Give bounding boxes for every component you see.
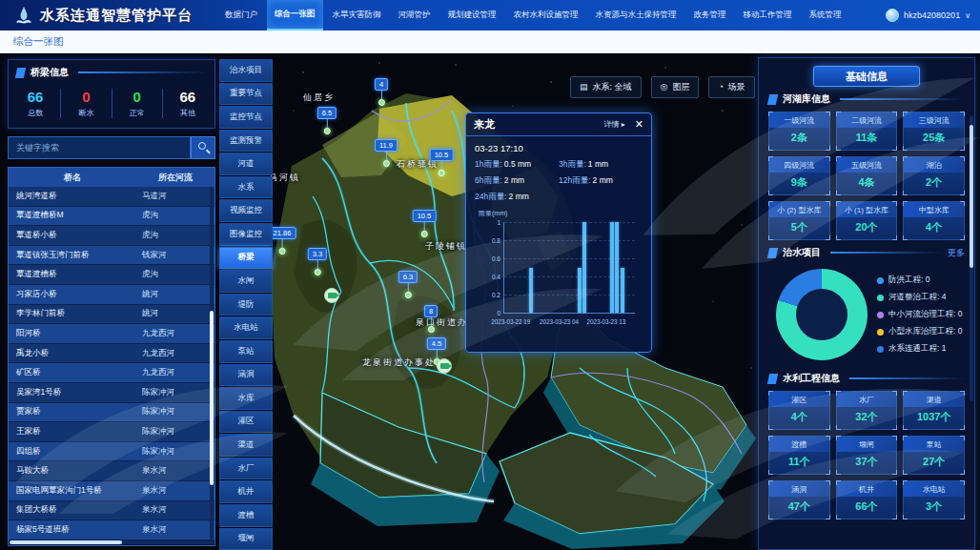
layer-menu-item[interactable]: 桥梁 [219, 247, 273, 270]
layer-menu-item[interactable]: 水库 [219, 387, 273, 410]
nav-item[interactable]: 河湖管护 [391, 0, 439, 31]
card-corner [903, 436, 908, 440]
user-menu[interactable]: hkzb42080201 ∨ [886, 9, 970, 22]
basic-info-header-button[interactable]: 基础信息 [813, 66, 920, 87]
layer-menu-item[interactable]: 视频监控 [219, 199, 273, 222]
layer-menu-item[interactable]: 灌区 [219, 411, 273, 434]
table-row[interactable]: 禹龙小桥九龙西河 [9, 344, 214, 364]
nav-item[interactable]: 综合一张图 [267, 0, 323, 31]
card-value: 4个 [904, 217, 964, 239]
nav-item[interactable]: 移动工作管理 [736, 0, 800, 31]
bridge-name-cell: 姚河湾道桥 [9, 191, 136, 202]
table-row[interactable]: 覃道桥小桥虎沟 [9, 226, 214, 246]
card-corner [826, 436, 830, 440]
search-button[interactable] [191, 136, 215, 159]
layer-menu-item[interactable]: 渠道 [219, 434, 273, 457]
table-row[interactable]: 吴家湾1号桥陈家冲河 [9, 383, 214, 403]
map-control-button[interactable]: ▤水系: 全域 [570, 76, 642, 98]
map-marker[interactable]: 6.5 [317, 107, 337, 134]
card-label: 中型水库 [904, 202, 964, 217]
table-row[interactable]: 覃道镇张玉湾门前桥钱家河 [9, 246, 214, 266]
table-row[interactable]: 覃道渡槽桥虎沟 [9, 265, 214, 285]
layer-menu-item[interactable]: 水闸 [219, 270, 273, 293]
layer-menu-item[interactable]: 堰闸 [219, 528, 273, 550]
map-marker[interactable]: 10.5 [413, 210, 437, 237]
map-marker[interactable]: 11.9 [375, 139, 398, 167]
table-row[interactable]: 阳河桥九龙西河 [9, 324, 214, 344]
table-row[interactable]: 习家店小桥姚河 [9, 285, 214, 305]
card-value: 2条 [769, 128, 829, 150]
layer-menu-item[interactable]: 监测预警 [219, 130, 273, 153]
layer-menu-item[interactable]: 治水项目 [219, 59, 273, 82]
nav-item[interactable]: 水资源与水土保持管理 [588, 0, 684, 31]
rain-stat: 3h雨量:1 mm [559, 159, 643, 171]
table-row[interactable]: 李学林门前桥姚河 [9, 305, 214, 325]
nav-item[interactable]: 农村水利设施管理 [506, 0, 586, 31]
layer-menu-item[interactable]: 图像监控 [219, 223, 273, 246]
table-row[interactable]: 矿区桥九龙西河 [9, 363, 214, 383]
more-link[interactable]: 更多 [948, 247, 965, 259]
rain-stat-value: 1 mm [588, 159, 608, 169]
map-marker[interactable]: 4 [375, 78, 388, 106]
card-corner [768, 156, 773, 161]
marker-pin-icon [382, 160, 389, 167]
card-label: 水厂 [837, 392, 897, 407]
layer-menu-item[interactable]: 重要节点 [219, 83, 273, 106]
card-corner [892, 146, 897, 151]
table-row[interactable]: 马鞍大桥泉水河 [9, 461, 214, 481]
popup-detail-link[interactable]: 详情 ▸ [604, 119, 625, 130]
layer-menu-item[interactable]: 河道 [219, 153, 273, 175]
table-row[interactable]: 王家桥陈家冲河 [9, 422, 214, 442]
layer-menu-item[interactable]: 水电站 [219, 316, 273, 339]
table-row[interactable]: 杨家5号道班桥泉水河 [9, 520, 214, 540]
nav-item[interactable]: 系统管理 [802, 0, 849, 31]
search-input[interactable] [8, 136, 191, 159]
layer-menu-item[interactable]: 水厂 [219, 458, 273, 480]
card-corner [826, 201, 830, 206]
chart-bar [578, 268, 582, 314]
card-label: 涵洞 [769, 481, 829, 497]
layer-menu-item[interactable]: 渡槽 [219, 504, 273, 527]
layer-menu-item[interactable]: 堤防 [219, 294, 273, 316]
info-card: 二级河流11条 [836, 112, 898, 151]
nav-menu: 数据门户综合一张图水旱灾害防御河湖管护规划建设管理农村水利设施管理水资源与水土保… [217, 0, 849, 31]
panel-vscroll-thumb[interactable] [970, 125, 973, 268]
table-row[interactable]: 姚河湾道桥马道河 [9, 187, 214, 207]
chart-bar [621, 268, 624, 314]
marker-pin-icon [324, 128, 331, 134]
map-marker[interactable]: 8 [424, 305, 438, 333]
table-row[interactable]: 国家电网覃家沟门1号桥泉水河 [9, 481, 214, 501]
nav-item[interactable]: 规划建设管理 [440, 0, 504, 31]
table-row[interactable]: 贾家桥陈家冲河 [9, 403, 214, 423]
table-vscroll-thumb[interactable] [210, 311, 214, 484]
breadcrumb[interactable]: 综合一张图 [13, 35, 64, 49]
layer-menu-item[interactable]: 水系 [219, 176, 273, 199]
map-control-button[interactable]: ◎图层 [651, 76, 700, 98]
card-corner [826, 191, 830, 195]
section-line [840, 98, 965, 100]
close-icon[interactable]: ✕ [635, 119, 643, 130]
table-row[interactable]: 覃道渡槽桥M虎沟 [9, 207, 214, 227]
map-control-button[interactable]: ◔场景 [708, 76, 754, 98]
info-card: 堰闸37个 [836, 436, 898, 475]
nav-item[interactable]: 水旱灾害防御 [325, 0, 389, 31]
layer-menu-item[interactable]: 监控节点 [219, 106, 273, 129]
nav-item[interactable]: 数据门户 [217, 0, 265, 31]
card-corner [836, 235, 841, 240]
layer-menu-item[interactable]: 涵洞 [219, 364, 273, 387]
nav-item[interactable]: 政务管理 [686, 0, 734, 31]
map-marker[interactable]: 10.5 [430, 149, 454, 176]
layer-menu-item[interactable]: 机井 [219, 480, 273, 503]
camera-marker[interactable] [437, 358, 452, 374]
table-row[interactable]: 集团大桥桥泉水河 [9, 501, 214, 521]
table-row[interactable]: 四组桥陈家冲河 [9, 442, 214, 462]
camera-marker[interactable] [324, 288, 339, 303]
map-marker[interactable]: 3.3 [308, 248, 327, 275]
table-hscroll-thumb[interactable] [10, 540, 122, 544]
card-corner [768, 515, 773, 519]
card-corner [960, 201, 965, 206]
stat-value: 0 [112, 89, 162, 106]
layer-menu-item[interactable]: 泵站 [219, 340, 273, 363]
map-marker[interactable]: 6.3 [398, 271, 418, 298]
card-corner [960, 112, 965, 116]
